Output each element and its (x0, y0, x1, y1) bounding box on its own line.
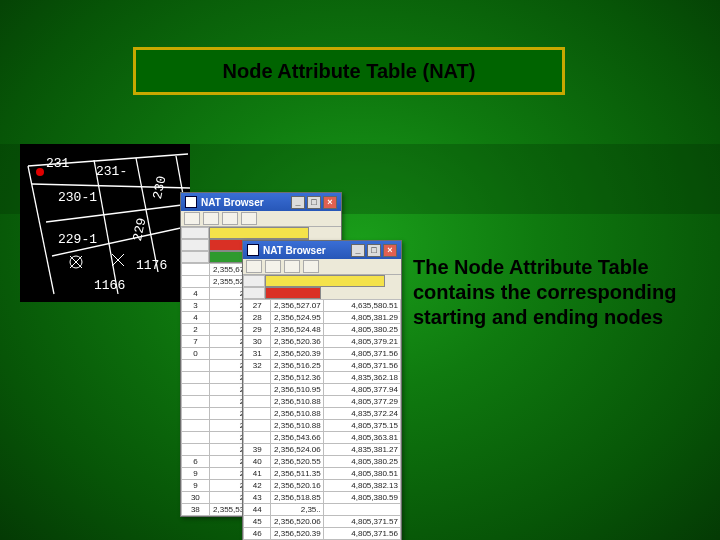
toolbar-button[interactable] (241, 212, 257, 225)
node-marker-icon (36, 168, 44, 176)
cadastral-map-panel: 231231-230-1230229229-111761166 (20, 144, 190, 302)
table-row[interactable]: 2,356,510.884,805,377.29 (244, 396, 401, 408)
table-row[interactable]: 2,356,510.884,835,372.24 (244, 408, 401, 420)
table-row[interactable]: 442,35.. (244, 504, 401, 516)
table-row[interactable]: 2,356,512.364,835,362.18 (244, 372, 401, 384)
parcel-label: 230-1 (58, 190, 97, 205)
table-row[interactable]: 322,356,516.254,805,371.56 (244, 360, 401, 372)
svg-line-5 (94, 160, 118, 294)
table-row[interactable]: 412,356,511.354,805,380.51 (244, 468, 401, 480)
slide-title-box: Node Attribute Table (NAT) (133, 47, 565, 95)
table-row[interactable]: 462,356,520.394,805,371.56 (244, 528, 401, 540)
table-row[interactable]: 422,356,520.164,805,382.13 (244, 480, 401, 492)
window-toolbar (181, 211, 341, 227)
toolbar-button[interactable] (203, 212, 219, 225)
close-button[interactable]: × (383, 244, 397, 257)
window-title: NAT Browser (263, 245, 326, 256)
table-row[interactable]: 432,356,518.854,805,380.59 (244, 492, 401, 504)
nat-browser-window-2: NAT Browser _ □ × 272,356,527.074,635,58… (242, 240, 402, 540)
parcel-label: 231- (96, 164, 127, 179)
minimize-button[interactable]: _ (291, 196, 305, 209)
toolbar-button[interactable] (184, 212, 200, 225)
close-button[interactable]: × (323, 196, 337, 209)
table-row[interactable]: 392,356,524.064,835,381.27 (244, 444, 401, 456)
window-titlebar[interactable]: NAT Browser _ □ × (181, 193, 341, 211)
window-titlebar[interactable]: NAT Browser _ □ × (243, 241, 401, 259)
window-title: NAT Browser (201, 197, 264, 208)
parcel-label: 1176 (136, 258, 167, 273)
table-row[interactable]: 312,356,520.394,805,371.56 (244, 348, 401, 360)
table-row[interactable]: 452,356,520.064,805,371.57 (244, 516, 401, 528)
toolbar-button[interactable] (246, 260, 262, 273)
parcel-label: 229-1 (58, 232, 97, 247)
maximize-button[interactable]: □ (367, 244, 381, 257)
toolbar-button[interactable] (222, 212, 238, 225)
highlight-row (243, 275, 401, 287)
highlight-row (181, 227, 341, 239)
toolbar-button[interactable] (265, 260, 281, 273)
maximize-button[interactable]: □ (307, 196, 321, 209)
svg-line-4 (28, 166, 54, 294)
app-icon (185, 196, 197, 208)
table-row[interactable]: 2,356,510.884,805,375.15 (244, 420, 401, 432)
attribute-grid: 272,356,527.074,635,580.51282,356,524.95… (243, 299, 401, 540)
svg-line-2 (46, 204, 190, 222)
app-icon (247, 244, 259, 256)
minimize-button[interactable]: _ (351, 244, 365, 257)
toolbar-button[interactable] (303, 260, 319, 273)
highlight-row (243, 287, 401, 299)
parcel-label: 231 (46, 156, 69, 171)
table-row[interactable]: 402,356,520.554,805,380.25 (244, 456, 401, 468)
window-toolbar (243, 259, 401, 275)
toolbar-button[interactable] (284, 260, 300, 273)
table-row[interactable]: 292,356,524.484,805,380.25 (244, 324, 401, 336)
table-row[interactable]: 2,356,510.954,805,377.94 (244, 384, 401, 396)
table-row[interactable]: 272,356,527.074,635,580.51 (244, 300, 401, 312)
slide-body-text: The Node Attribute Table contains the co… (413, 255, 683, 330)
slide-title: Node Attribute Table (NAT) (223, 60, 476, 83)
table-row[interactable]: 302,356,520.364,805,379.21 (244, 336, 401, 348)
parcel-label: 1166 (94, 278, 125, 293)
table-row[interactable]: 282,356,524.954,805,381.29 (244, 312, 401, 324)
table-row[interactable]: 2,356,543.664,805,363.81 (244, 432, 401, 444)
